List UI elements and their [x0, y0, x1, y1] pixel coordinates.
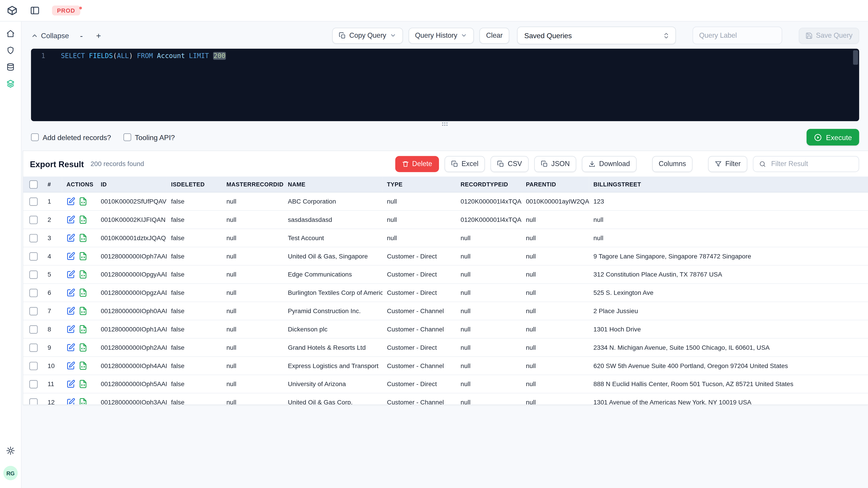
saved-queries-value: Saved Queries: [524, 31, 572, 39]
row-checkbox[interactable]: [29, 234, 37, 242]
cell-isdeleted: false: [166, 320, 222, 338]
app-logo-icon[interactable]: [6, 5, 18, 16]
line-number: 1: [31, 52, 55, 121]
export-record-icon[interactable]: [79, 380, 88, 388]
row-checkbox[interactable]: [29, 252, 37, 260]
row-checkbox[interactable]: [29, 361, 37, 370]
col-header-type[interactable]: TYPE: [382, 176, 456, 192]
cell-isdeleted: false: [166, 229, 222, 247]
funnel-icon: [715, 160, 722, 167]
edit-record-icon[interactable]: [66, 361, 75, 370]
edit-record-icon[interactable]: [66, 343, 75, 352]
cell-id: 00128000000IOph7AAD: [96, 247, 166, 265]
delete-button[interactable]: Delete: [395, 156, 439, 172]
avatar[interactable]: RG: [3, 466, 18, 480]
export-record-icon[interactable]: [79, 288, 88, 297]
editor-scrollbar[interactable]: [853, 51, 858, 65]
edit-record-icon[interactable]: [66, 288, 75, 297]
export-record-icon[interactable]: [79, 361, 88, 370]
edit-record-icon[interactable]: [66, 252, 75, 260]
row-number: 11: [43, 375, 62, 393]
cell-parentid: null: [522, 210, 589, 229]
row-checkbox[interactable]: [29, 325, 37, 333]
sun-icon[interactable]: [3, 443, 18, 458]
edit-record-icon[interactable]: [66, 325, 75, 334]
row-number: 9: [43, 338, 62, 357]
add-deleted-checkbox[interactable]: Add deleted records?: [31, 133, 111, 141]
col-header-masterrecordid[interactable]: MASTERRECORDID: [222, 176, 283, 192]
save-query-button[interactable]: Save Query: [799, 27, 859, 43]
filter-result-input[interactable]: [770, 159, 853, 168]
export-record-icon[interactable]: [79, 325, 88, 334]
results-card: Export Result 200 records found Delete E…: [23, 151, 868, 405]
row-select-cell: [23, 320, 43, 338]
edit-record-icon[interactable]: [66, 380, 75, 388]
row-checkbox[interactable]: [29, 289, 37, 297]
cell-recordtypeid: null: [456, 375, 522, 393]
select-all-checkbox[interactable]: [29, 180, 37, 188]
row-checkbox[interactable]: [29, 197, 37, 205]
home-icon[interactable]: [3, 26, 18, 41]
row-checkbox[interactable]: [29, 307, 37, 315]
row-checkbox[interactable]: [29, 344, 37, 352]
filter-button[interactable]: Filter: [708, 156, 747, 172]
tooling-api-checkbox[interactable]: Tooling API?: [123, 133, 175, 141]
col-header-parentid[interactable]: PARENTID: [522, 176, 589, 192]
saved-queries-select[interactable]: Saved Queries: [517, 27, 676, 44]
download-button[interactable]: Download: [582, 156, 637, 172]
execute-button[interactable]: Execute: [807, 129, 859, 145]
font-increase-button[interactable]: +: [94, 31, 103, 40]
code-editor[interactable]: 1 SELECT FIELDS(ALL) FROM Account LIMIT …: [31, 49, 859, 121]
row-select-cell: [23, 375, 43, 393]
columns-button[interactable]: Columns: [652, 156, 693, 172]
query-history-button[interactable]: Query History: [408, 27, 474, 43]
col-header-num[interactable]: #: [43, 176, 62, 192]
export-record-icon[interactable]: [79, 306, 88, 315]
row-checkbox[interactable]: [29, 216, 37, 224]
col-header-name[interactable]: NAME: [283, 176, 382, 192]
row-select-cell: [23, 210, 43, 229]
edit-record-icon[interactable]: [66, 215, 75, 224]
row-actions-cell: [62, 320, 96, 338]
collapse-button[interactable]: Collapse: [31, 31, 69, 39]
edit-record-icon[interactable]: [66, 233, 75, 242]
edit-record-icon[interactable]: [66, 398, 75, 404]
row-checkbox[interactable]: [29, 270, 37, 279]
edit-record-icon[interactable]: [66, 270, 75, 279]
excel-button[interactable]: Excel: [444, 156, 485, 172]
table-body: 1 0010K00002SfUfPQAV false null ABC Corp…: [23, 192, 868, 404]
cell-type: Customer - Direct: [382, 375, 456, 393]
sidebar-toggle-icon[interactable]: [30, 5, 40, 15]
shield-icon[interactable]: [3, 43, 18, 58]
row-checkbox[interactable]: [29, 398, 37, 404]
col-header-id[interactable]: ID: [96, 176, 166, 192]
col-header-recordtypeid[interactable]: RECORDTYPEID: [456, 176, 522, 192]
export-record-icon[interactable]: [79, 233, 88, 242]
export-record-icon[interactable]: [79, 398, 88, 404]
cell-parentid: null: [522, 302, 589, 320]
edit-record-icon[interactable]: [66, 306, 75, 315]
editor-resize-handle[interactable]: ••••••: [442, 122, 448, 127]
clear-label: Clear: [486, 32, 502, 39]
col-header-isdeleted[interactable]: ISDELETED: [166, 176, 222, 192]
font-decrease-button[interactable]: -: [78, 31, 85, 40]
database-icon[interactable]: [3, 59, 18, 75]
export-record-icon[interactable]: [79, 252, 88, 260]
cell-isdeleted: false: [166, 210, 222, 229]
col-header-actions[interactable]: ACTIONS: [62, 176, 96, 192]
cell-billingstreet: 2 Place Jussieu: [589, 302, 868, 320]
export-record-icon[interactable]: [79, 215, 88, 224]
export-record-icon[interactable]: [79, 270, 88, 279]
clear-button[interactable]: Clear: [479, 27, 509, 43]
export-record-icon[interactable]: [79, 197, 88, 206]
json-button[interactable]: JSON: [534, 156, 577, 172]
checkbox-icon: [31, 133, 39, 141]
query-label-input[interactable]: [692, 27, 782, 44]
row-checkbox[interactable]: [29, 380, 37, 388]
csv-button[interactable]: CSV: [491, 156, 528, 172]
export-record-icon[interactable]: [79, 343, 88, 352]
col-header-billingstreet[interactable]: BILLINGSTREET: [589, 176, 868, 192]
edit-record-icon[interactable]: [66, 197, 75, 206]
layers-icon[interactable]: [3, 76, 18, 92]
copy-query-button[interactable]: Copy Query: [332, 27, 403, 43]
